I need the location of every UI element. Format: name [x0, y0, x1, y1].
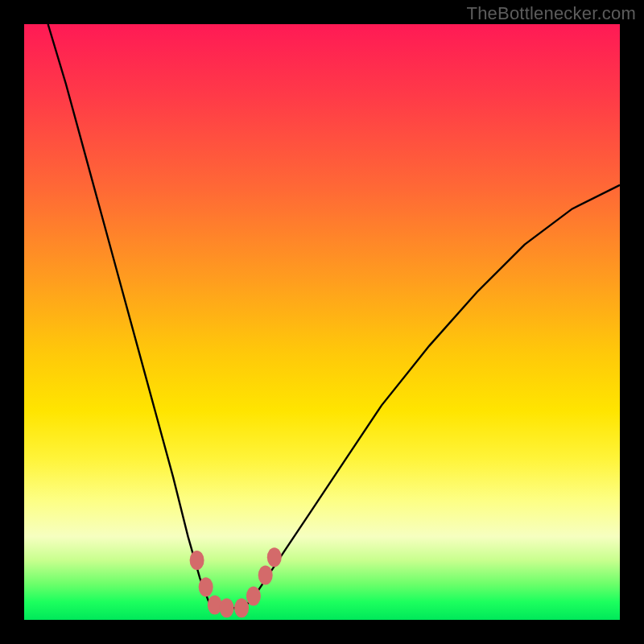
curve-marker	[190, 551, 204, 570]
bottleneck-curve	[48, 24, 620, 608]
curve-marker	[246, 586, 261, 605]
curve-marker	[267, 547, 282, 567]
plot-area	[24, 24, 620, 620]
watermark-text: TheBottlenecker.com	[467, 3, 636, 24]
curve-marker	[220, 598, 234, 617]
curve-marker	[258, 566, 273, 585]
outer-frame: TheBottlenecker.com	[0, 0, 644, 644]
curve-marker	[199, 577, 213, 597]
curve-marker	[234, 598, 249, 617]
curve-markers	[190, 547, 282, 617]
chart-svg	[24, 24, 620, 620]
